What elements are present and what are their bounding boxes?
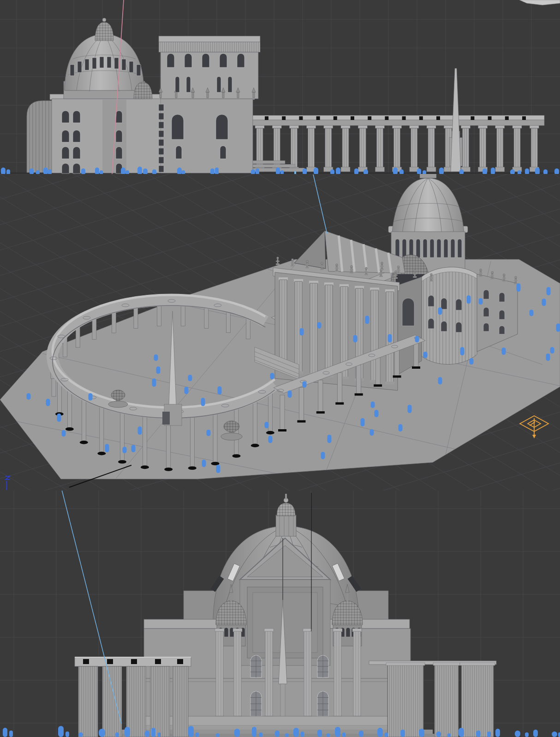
- scene-object-marker[interactable]: [95, 168, 99, 175]
- scene-object-marker[interactable]: [317, 322, 322, 329]
- scene-object-marker[interactable]: [317, 730, 322, 737]
- scene-object-marker[interactable]: [137, 167, 142, 175]
- scene-object-marker[interactable]: [419, 729, 424, 737]
- scene-object-marker[interactable]: [177, 168, 182, 175]
- scene-object-marker[interactable]: [57, 413, 61, 422]
- scene-object-marker[interactable]: [62, 430, 66, 437]
- scene-object-marker[interactable]: [268, 436, 273, 443]
- scene-object-marker[interactable]: [89, 393, 93, 401]
- scene-object-marker[interactable]: [303, 168, 307, 175]
- scene-object-marker[interactable]: [417, 168, 421, 175]
- scene-object-marker[interactable]: [201, 398, 205, 406]
- scene-object-marker[interactable]: [259, 732, 262, 737]
- scene-object-marker[interactable]: [66, 731, 69, 737]
- scene-object-marker[interactable]: [265, 422, 269, 428]
- scene-object-marker[interactable]: [483, 168, 487, 175]
- scene-object-marker[interactable]: [375, 410, 379, 417]
- scene-object-marker[interactable]: [276, 168, 280, 175]
- colonnade-front-left[interactable]: [75, 657, 191, 737]
- scene-object-marker[interactable]: [385, 732, 388, 737]
- scene-object-marker[interactable]: [556, 324, 560, 332]
- scene-object-marker[interactable]: [439, 168, 444, 175]
- scene-object-marker[interactable]: [533, 730, 538, 737]
- scene-object-marker[interactable]: [288, 390, 292, 398]
- scene-object-marker[interactable]: [303, 381, 307, 388]
- scene-object-marker[interactable]: [459, 728, 464, 737]
- scene-object-marker[interactable]: [202, 460, 206, 467]
- scene-object-marker[interactable]: [185, 387, 189, 394]
- scene-object-marker[interactable]: [143, 168, 148, 175]
- scene-object-marker[interactable]: [327, 733, 330, 737]
- scene-object-marker[interactable]: [188, 726, 194, 737]
- scene-object-marker[interactable]: [58, 726, 64, 737]
- scene-object-marker[interactable]: [336, 168, 340, 175]
- scene-object-marker[interactable]: [131, 445, 136, 452]
- scene-object-marker[interactable]: [558, 732, 560, 737]
- scene-object-marker[interactable]: [234, 729, 240, 737]
- scene-object-marker[interactable]: [554, 168, 559, 175]
- scene-object-marker[interactable]: [447, 733, 451, 737]
- scene-object-marker[interactable]: [145, 731, 149, 737]
- scene-object-marker[interactable]: [525, 168, 529, 175]
- scene-object-marker[interactable]: [467, 295, 471, 304]
- scene-object-marker[interactable]: [152, 378, 156, 387]
- scene-object-marker[interactable]: [393, 168, 398, 175]
- viewport-canvas[interactable]: [0, 0, 560, 737]
- scene-object-marker[interactable]: [399, 424, 403, 431]
- scene-object-marker[interactable]: [423, 352, 428, 358]
- scene-object-marker[interactable]: [156, 366, 161, 374]
- scene-object-marker[interactable]: [3, 728, 7, 737]
- scene-object-marker[interactable]: [517, 283, 521, 292]
- scene-object-marker[interactable]: [154, 354, 158, 361]
- scene-object-marker[interactable]: [216, 733, 220, 737]
- scene-object-marker[interactable]: [502, 348, 506, 355]
- scene-object-marker[interactable]: [546, 354, 550, 361]
- scene-object-marker[interactable]: [400, 730, 405, 737]
- scene-object-marker[interactable]: [365, 316, 369, 324]
- scene-object-marker[interactable]: [138, 426, 142, 435]
- scene-object-marker[interactable]: [370, 429, 374, 436]
- scene-object-marker[interactable]: [30, 168, 34, 175]
- scene-object-marker[interactable]: [470, 358, 474, 365]
- scene-object-marker[interactable]: [535, 168, 540, 175]
- scene-object-marker[interactable]: [188, 375, 192, 381]
- scene-object-marker[interactable]: [354, 168, 358, 175]
- scene-object-marker[interactable]: [256, 168, 259, 175]
- scene-object-marker[interactable]: [388, 334, 392, 342]
- scene-object-marker[interactable]: [285, 733, 289, 737]
- scene-object-marker[interactable]: [408, 405, 412, 413]
- scene-object-marker[interactable]: [252, 727, 256, 737]
- scene-object-marker[interactable]: [270, 373, 274, 379]
- scene-object-marker[interactable]: [216, 465, 220, 473]
- scene-object-marker[interactable]: [215, 168, 219, 175]
- scene-object-marker[interactable]: [210, 168, 214, 175]
- scene-object-marker[interactable]: [377, 728, 383, 737]
- scene-object-marker[interactable]: [542, 299, 546, 306]
- scene-object-marker[interactable]: [361, 418, 365, 426]
- scene-object-marker[interactable]: [491, 168, 495, 175]
- scene-object-marker[interactable]: [530, 310, 534, 316]
- scene-object-marker[interactable]: [328, 435, 332, 443]
- scene-object-marker[interactable]: [415, 336, 419, 342]
- scene-object-marker[interactable]: [115, 732, 119, 737]
- scene-object-marker[interactable]: [436, 731, 441, 737]
- scene-object-marker[interactable]: [105, 444, 109, 452]
- scene-object-marker[interactable]: [515, 731, 520, 737]
- scene-object-marker[interactable]: [353, 335, 357, 342]
- scene-object-marker[interactable]: [547, 287, 551, 295]
- scene-object-marker[interactable]: [158, 732, 161, 737]
- scene-object-marker[interactable]: [1, 168, 6, 175]
- scene-object-marker[interactable]: [476, 731, 481, 737]
- scene-object-marker[interactable]: [359, 731, 363, 737]
- scene-object-marker[interactable]: [46, 399, 50, 406]
- scene-object-marker[interactable]: [552, 731, 557, 737]
- scene-object-marker[interactable]: [293, 728, 299, 737]
- scene-object-marker[interactable]: [218, 386, 222, 395]
- scene-object-marker[interactable]: [487, 731, 491, 737]
- scene-object-marker[interactable]: [123, 447, 127, 453]
- scene-object-marker[interactable]: [300, 328, 304, 336]
- scene-object-marker[interactable]: [43, 168, 48, 175]
- scene-object-marker[interactable]: [550, 347, 554, 354]
- scene-object-marker[interactable]: [371, 401, 375, 408]
- scene-object-marker[interactable]: [525, 732, 529, 737]
